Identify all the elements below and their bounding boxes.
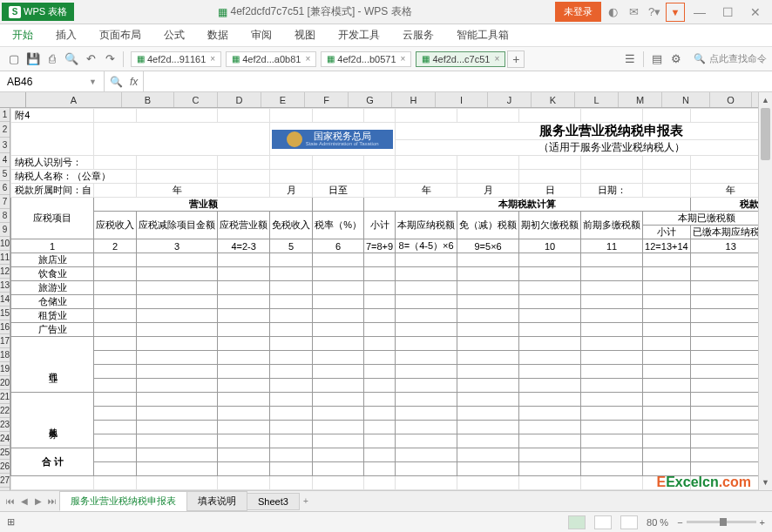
row-header[interactable]: 3 bbox=[0, 138, 10, 153]
sheet-tab-0[interactable]: 服务业营业税纳税申报表 bbox=[59, 491, 187, 511]
sheet-nav-last-icon[interactable]: ⏭ bbox=[45, 495, 59, 508]
search-icon[interactable]: 🔍 bbox=[110, 76, 123, 88]
minimize-button[interactable]: — bbox=[687, 3, 713, 22]
sheet-tab-1[interactable]: 填表说明 bbox=[186, 491, 247, 511]
file-tab-1[interactable]: ▦4ef2d...a0b81× bbox=[226, 51, 316, 67]
row-header[interactable]: 2 bbox=[0, 122, 10, 138]
row-header[interactable]: 27 bbox=[0, 474, 10, 488]
row-header[interactable]: 13 bbox=[0, 279, 10, 293]
menu-smart-tools[interactable]: 智能工具箱 bbox=[457, 28, 509, 43]
redo-icon[interactable]: ↷ bbox=[101, 51, 119, 68]
login-button[interactable]: 未登录 bbox=[555, 2, 601, 22]
column-header[interactable]: M bbox=[619, 92, 662, 107]
cells-area[interactable]: 附4国家税务总局State Administration of Taxation… bbox=[10, 108, 772, 490]
menu-review[interactable]: 审阅 bbox=[251, 28, 272, 43]
undo-icon[interactable]: ↶ bbox=[82, 51, 99, 68]
zoom-out-icon[interactable]: − bbox=[677, 517, 682, 528]
close-button[interactable]: ✕ bbox=[742, 3, 769, 22]
file-tab-3[interactable]: ▦4ef2d...c7c51× bbox=[416, 51, 505, 67]
sheet-nav-prev-icon[interactable]: ◀ bbox=[17, 495, 31, 508]
row-header[interactable]: 25 bbox=[0, 446, 10, 460]
column-header[interactable]: B bbox=[122, 92, 174, 107]
chevron-down-icon[interactable]: ▼ bbox=[89, 77, 97, 86]
column-header[interactable]: D bbox=[218, 92, 261, 107]
row-header[interactable]: 15 bbox=[0, 306, 10, 320]
column-header[interactable]: F bbox=[305, 92, 349, 107]
menu-page-layout[interactable]: 页面布局 bbox=[99, 28, 141, 43]
row-header[interactable]: 17 bbox=[0, 334, 10, 348]
row-header[interactable]: 14 bbox=[0, 293, 10, 306]
feedback-icon[interactable]: ✉ bbox=[624, 3, 643, 22]
help-dropdown-icon[interactable]: ?▾ bbox=[645, 3, 664, 22]
close-icon[interactable]: × bbox=[494, 54, 499, 64]
menu-data[interactable]: 数据 bbox=[207, 28, 228, 43]
row-header[interactable]: 16 bbox=[0, 320, 10, 334]
view-break-button[interactable] bbox=[620, 515, 638, 529]
scroll-thumb[interactable] bbox=[761, 108, 770, 160]
sheet-nav-next-icon[interactable]: ▶ bbox=[31, 495, 45, 508]
column-header[interactable]: E bbox=[261, 92, 305, 107]
row-header[interactable]: 21 bbox=[0, 390, 10, 404]
row-header[interactable]: 7 bbox=[0, 195, 10, 209]
format-icon[interactable]: ▤ bbox=[648, 51, 666, 68]
column-header[interactable]: I bbox=[436, 92, 488, 107]
menu-dev-tools[interactable]: 开发工具 bbox=[338, 28, 380, 43]
maximize-button[interactable]: ☐ bbox=[714, 3, 741, 22]
doc-map-icon[interactable]: ⊞ bbox=[7, 516, 15, 528]
print-preview-icon[interactable]: 🔍 bbox=[63, 51, 80, 68]
new-icon[interactable]: ▢ bbox=[5, 51, 23, 68]
column-header[interactable]: N bbox=[662, 92, 710, 107]
menu-cloud[interactable]: 云服务 bbox=[403, 28, 434, 43]
menu-formula[interactable]: 公式 bbox=[164, 28, 185, 43]
row-header[interactable]: 11 bbox=[0, 251, 10, 265]
add-sheet-button[interactable]: + bbox=[299, 495, 313, 508]
row-header[interactable]: 20 bbox=[0, 376, 10, 390]
menu-home[interactable]: 开始 bbox=[12, 28, 33, 43]
row-header[interactable]: 8 bbox=[0, 209, 10, 223]
row-header[interactable]: 9 bbox=[0, 223, 10, 237]
close-icon[interactable]: × bbox=[401, 54, 406, 64]
formula-input[interactable] bbox=[144, 71, 772, 91]
restore-down-icon[interactable]: ▼ bbox=[666, 3, 685, 22]
row-header[interactable]: 18 bbox=[0, 348, 10, 362]
close-icon[interactable]: × bbox=[210, 54, 215, 64]
column-header[interactable]: K bbox=[532, 92, 575, 107]
row-header[interactable]: 4 bbox=[0, 153, 10, 167]
column-header[interactable]: C bbox=[174, 92, 218, 107]
row-header[interactable]: 23 bbox=[0, 418, 10, 432]
sheet-tab-2[interactable]: Sheet3 bbox=[247, 493, 300, 510]
sheet-nav-first-icon[interactable]: ⏮ bbox=[3, 495, 17, 508]
command-search[interactable]: 🔍点此查找命令 bbox=[694, 52, 767, 65]
add-tab-button[interactable]: + bbox=[507, 51, 525, 68]
zoom-in-icon[interactable]: + bbox=[760, 517, 765, 528]
view-normal-button[interactable] bbox=[568, 515, 586, 529]
column-header[interactable]: A bbox=[26, 92, 122, 107]
list-icon[interactable]: ☰ bbox=[621, 51, 639, 68]
select-all-corner[interactable] bbox=[0, 92, 26, 107]
row-header[interactable]: 5 bbox=[0, 167, 10, 181]
view-page-button[interactable] bbox=[594, 515, 612, 529]
row-header[interactable]: 24 bbox=[0, 432, 10, 446]
row-header[interactable]: 12 bbox=[0, 265, 10, 279]
scroll-down-icon[interactable]: ▼ bbox=[759, 476, 772, 488]
menu-view[interactable]: 视图 bbox=[295, 28, 315, 43]
name-box[interactable]: AB46▼ bbox=[0, 71, 105, 91]
column-header[interactable]: H bbox=[392, 92, 436, 107]
file-tab-2[interactable]: ▦4ef2d...b0571× bbox=[321, 51, 411, 67]
print-icon[interactable]: ⎙ bbox=[44, 51, 61, 68]
row-header[interactable]: 1 bbox=[0, 108, 10, 122]
row-header[interactable]: 6 bbox=[0, 181, 10, 195]
vertical-scrollbar[interactable]: ▲ ▼ bbox=[758, 92, 772, 490]
save-icon[interactable]: 💾 bbox=[24, 51, 42, 68]
zoom-slider[interactable]: − + bbox=[677, 517, 765, 528]
column-header[interactable]: O bbox=[710, 92, 752, 107]
file-tab-0[interactable]: ▦4ef2d...91161× bbox=[131, 51, 221, 67]
row-header[interactable]: 26 bbox=[0, 460, 10, 474]
skin-icon[interactable]: ◐ bbox=[603, 3, 622, 22]
row-header[interactable]: 19 bbox=[0, 362, 10, 376]
close-icon[interactable]: × bbox=[305, 54, 310, 64]
fx-label[interactable]: fx bbox=[130, 76, 138, 88]
scroll-up-icon[interactable]: ▲ bbox=[759, 94, 772, 106]
column-header[interactable]: L bbox=[575, 92, 619, 107]
row-header[interactable]: 10 bbox=[0, 237, 10, 251]
